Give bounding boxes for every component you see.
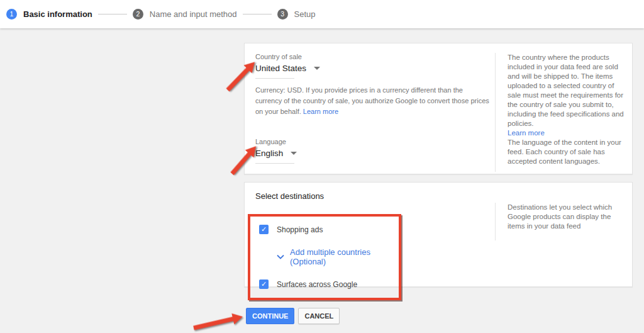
- currency-note: Currency: USD. If you provide prices in …: [255, 85, 491, 117]
- destinations-card: Select destinations ✓ Shopping ads Add m…: [244, 182, 633, 287]
- step-connector: [243, 14, 272, 14]
- language-label: Language: [255, 138, 489, 145]
- step-2-label: Name and input method: [150, 9, 237, 19]
- step-3-label: Setup: [294, 9, 316, 19]
- step-3-circle: 3: [277, 9, 288, 20]
- step-2-circle: 2: [133, 9, 143, 20]
- shopping-ads-checkbox[interactable]: ✓: [259, 225, 269, 234]
- country-help-text: The country where the products included …: [495, 53, 627, 138]
- step-1-circle: 1: [6, 9, 17, 20]
- country-of-sale-label: Country of sale: [255, 53, 489, 60]
- country-help-learn-more-link[interactable]: Learn more: [508, 128, 545, 138]
- country-of-sale-dropdown[interactable]: United States: [255, 64, 489, 73]
- add-multiple-countries-label: Add multiple countries (Optional): [290, 247, 399, 266]
- country-of-sale-section: Country of sale United States Currency: …: [255, 53, 632, 138]
- add-multiple-countries-link[interactable]: Add multiple countries (Optional): [277, 247, 399, 266]
- shopping-ads-row[interactable]: ✓ Shopping ads: [259, 225, 399, 234]
- dropdown-underline: [255, 163, 294, 164]
- checkmark-icon: ✓: [261, 225, 267, 233]
- chevron-down-icon: [277, 254, 284, 259]
- annotation-arrow-continue: [192, 310, 245, 333]
- step-setup[interactable]: 3 Setup: [277, 9, 316, 20]
- surfaces-across-google-checkbox[interactable]: ✓: [259, 279, 269, 289]
- dropdown-underline: [255, 78, 294, 79]
- dropdown-caret-icon: [314, 67, 320, 70]
- basic-info-card: Country of sale United States Currency: …: [244, 43, 633, 174]
- language-dropdown[interactable]: English: [255, 149, 489, 158]
- stepper-bar: 1 Basic information 2 Name and input met…: [0, 0, 644, 28]
- cancel-button[interactable]: CANCEL: [298, 308, 340, 324]
- step-name-input-method[interactable]: 2 Name and input method: [133, 9, 237, 20]
- language-section: Language English The language of the con…: [255, 138, 632, 172]
- step-basic-information[interactable]: 1 Basic information: [6, 9, 92, 20]
- country-of-sale-value: United States: [255, 64, 306, 73]
- checkmark-icon: ✓: [261, 280, 267, 288]
- dropdown-caret-icon: [291, 152, 297, 155]
- currency-learn-more-link[interactable]: Learn more: [303, 108, 338, 115]
- action-buttons: CONTINUE CANCEL: [246, 308, 340, 324]
- step-1-label: Basic information: [23, 9, 92, 19]
- destinations-help-text: Destinations let you select which Google…: [495, 203, 627, 240]
- shopping-ads-label: Shopping ads: [277, 225, 323, 234]
- continue-button[interactable]: CONTINUE: [246, 308, 294, 324]
- step-connector: [98, 14, 127, 14]
- annotation-box: ✓ Shopping ads Add multiple countries (O…: [248, 214, 401, 300]
- surfaces-across-google-row[interactable]: ✓ Surfaces across Google: [259, 279, 399, 289]
- language-help-text: The language of the content in your feed…: [495, 138, 627, 172]
- select-destinations-title: Select destinations: [255, 191, 632, 201]
- surfaces-across-google-label: Surfaces across Google: [277, 280, 357, 289]
